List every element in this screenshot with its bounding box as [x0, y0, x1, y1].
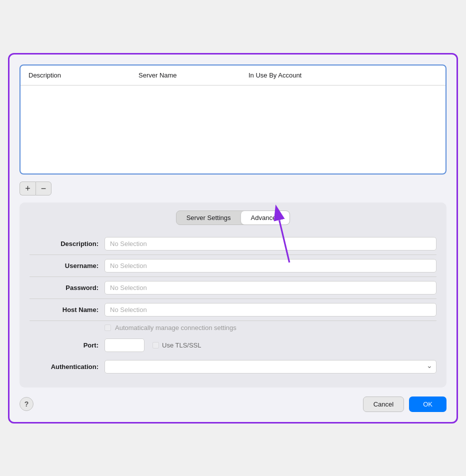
remove-server-button[interactable]: − [36, 182, 52, 196]
tab-group: Server Settings Advanced [176, 210, 290, 225]
username-input[interactable] [104, 259, 436, 272]
description-row: Description: [30, 233, 436, 255]
tab-server-settings[interactable]: Server Settings [176, 211, 241, 224]
port-input[interactable]: 0 [104, 338, 144, 352]
password-label: Password: [30, 284, 104, 292]
description-label: Description: [30, 240, 104, 248]
auth-select[interactable] [104, 360, 436, 374]
tls-check: Use TLS/SSL [152, 342, 202, 349]
port-row: Port: 0 Use TLS/SSL [30, 334, 436, 356]
tab-bar: Server Settings Advanced [30, 210, 436, 225]
auto-manage-row: Automatically manage connection settings [30, 321, 436, 334]
action-bar: ? Cancel OK [20, 396, 446, 412]
cancel-button[interactable]: Cancel [363, 396, 404, 412]
hostname-label: Host Name: [30, 306, 104, 314]
ok-button[interactable]: OK [409, 396, 446, 412]
table-header: Description Server Name In Use By Accoun… [20, 66, 446, 86]
hostname-input[interactable] [104, 303, 436, 316]
table-action-buttons: + − [20, 182, 446, 196]
username-label: Username: [30, 262, 104, 270]
auto-manage-label: Automatically manage connection settings [115, 324, 236, 332]
form-fields: Description: Username: Password: Host Na… [30, 233, 436, 378]
main-dialog: Description Server Name In Use By Accoun… [8, 53, 458, 424]
settings-panel: Server Settings Advanced Description: Us… [20, 202, 446, 388]
username-row: Username: [30, 255, 436, 277]
auth-label: Authentication: [30, 363, 104, 370]
table-body[interactable] [20, 86, 446, 170]
password-row: Password: [30, 277, 436, 299]
auth-select-wrapper [104, 360, 436, 374]
tls-checkbox[interactable] [152, 342, 159, 348]
help-button[interactable]: ? [20, 397, 34, 411]
add-server-button[interactable]: + [20, 182, 36, 196]
tab-advanced[interactable]: Advanced [241, 211, 290, 224]
auto-manage-checkbox[interactable] [104, 324, 111, 331]
hostname-row: Host Name: [30, 299, 436, 321]
description-input[interactable] [104, 237, 436, 250]
password-input[interactable] [104, 281, 436, 294]
tls-label: Use TLS/SSL [162, 342, 202, 349]
dialog-buttons: Cancel OK [363, 396, 446, 412]
column-in-use: In Use By Account [240, 70, 446, 81]
column-server-name: Server Name [130, 70, 240, 81]
auth-row: Authentication: [30, 356, 436, 378]
column-description: Description [20, 70, 130, 81]
servers-table: Description Server Name In Use By Accoun… [20, 64, 446, 174]
port-label: Port: [30, 342, 104, 349]
